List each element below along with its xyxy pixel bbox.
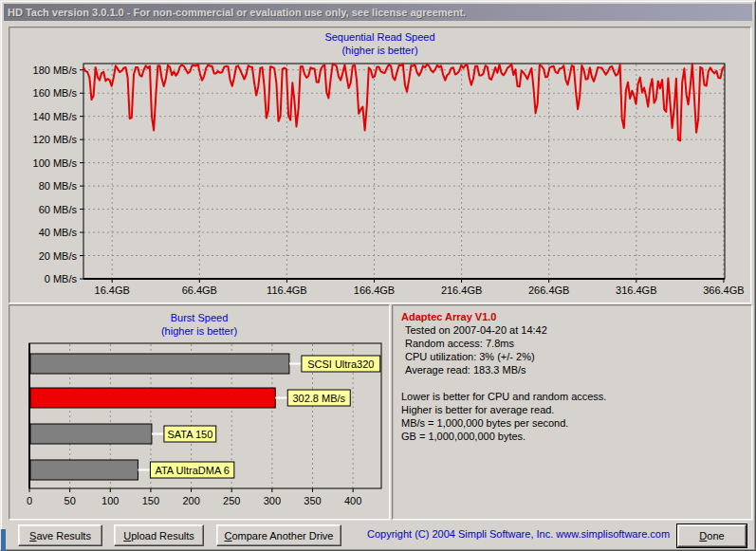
y-axis-label: 60 MB/s bbox=[39, 204, 78, 215]
compare-another-drive-button[interactable]: Compare Another Drive bbox=[216, 524, 341, 546]
drive-stats-list: Tested on 2007-04-20 at 14:42Random acce… bbox=[401, 323, 747, 377]
save-results-button[interactable]: Save Results bbox=[18, 524, 102, 546]
x-axis-label: 200 bbox=[182, 495, 199, 506]
y-axis-label: 120 MB/s bbox=[33, 134, 78, 145]
hdtach-window: HD Tach version 3.0.1.0 - For non-commer… bbox=[0, 0, 756, 551]
screen: HD Tach version 3.0.1.0 - For non-commer… bbox=[0, 0, 756, 551]
plot-border bbox=[83, 64, 725, 279]
upload-results-button[interactable]: Upload Results bbox=[114, 524, 204, 546]
drive-info-panel: Adaptec Array V1.0 Tested on 2007-04-20 … bbox=[392, 304, 752, 520]
x-axis-label: 250 bbox=[223, 495, 240, 506]
bar-label-text: SCSI Ultra320 bbox=[307, 358, 374, 370]
y-axis-label: 80 MB/s bbox=[39, 180, 78, 192]
y-axis-label: 180 MB/s bbox=[33, 64, 78, 76]
x-axis-label: 100 bbox=[101, 495, 119, 506]
burst-bar bbox=[30, 354, 289, 374]
x-axis-label: 166.4GB bbox=[354, 285, 395, 296]
info-line: Random access: 7.8ms bbox=[401, 337, 747, 350]
x-axis-label: 150 bbox=[142, 495, 159, 506]
info-line: Higher is better for average read. bbox=[401, 403, 747, 416]
info-line: Lower is better for CPU and random acces… bbox=[401, 390, 747, 403]
accelerator-letter: C bbox=[225, 530, 232, 542]
burst-speed-panel: Burst Speed (higher is better) 050100150… bbox=[9, 304, 390, 520]
done-button[interactable]: Done bbox=[677, 524, 747, 547]
burst-bar bbox=[30, 424, 152, 444]
y-axis-label: 160 MB/s bbox=[33, 87, 78, 99]
info-line: MB/s = 1,000,000 bytes per second. bbox=[401, 416, 747, 430]
x-axis-label: 300 bbox=[264, 495, 281, 506]
bar-label-text: SATA 150 bbox=[167, 429, 212, 440]
x-axis-label: 66.4GB bbox=[182, 285, 217, 296]
x-axis-label: 266.4GB bbox=[528, 285, 569, 296]
info-line: Tested on 2007-04-20 at 14:42 bbox=[401, 323, 747, 337]
drive-notes-list: Lower is better for CPU and random acces… bbox=[401, 390, 747, 443]
sequential-read-line bbox=[83, 64, 725, 141]
burst-speed-chart: 050100150200250300350400SCSI Ultra320302… bbox=[9, 305, 385, 515]
burst-bar bbox=[30, 460, 138, 480]
window-title: HD Tach version 3.0.1.0 - For non-commer… bbox=[8, 7, 466, 18]
y-axis-label: 20 MB/s bbox=[39, 250, 78, 262]
x-axis-label: 116.4GB bbox=[267, 285, 307, 296]
y-axis-label: 140 MB/s bbox=[33, 111, 78, 122]
x-axis-label: 366.4GB bbox=[703, 285, 744, 296]
bar-label-text: 302.8 MB/s bbox=[292, 393, 345, 404]
copyright-text: Copyright (C) 2004 Simpli Software, Inc.… bbox=[367, 528, 670, 540]
x-axis-label: 216.4GB bbox=[441, 285, 482, 296]
accelerator-letter: U bbox=[123, 530, 131, 542]
x-axis-label: 400 bbox=[344, 495, 361, 506]
y-axis-label: 40 MB/s bbox=[39, 227, 78, 238]
x-axis-label: 16.4GB bbox=[95, 285, 130, 296]
x-axis-label: 350 bbox=[304, 495, 321, 506]
accelerator-letter: S bbox=[29, 530, 36, 542]
desktop-background bbox=[1, 529, 6, 551]
x-axis-label: 0 bbox=[27, 495, 32, 506]
sequential-read-panel: Sequential Read Speed (higher is better)… bbox=[9, 27, 751, 303]
y-axis-label: 100 MB/s bbox=[33, 157, 78, 169]
info-line: GB = 1,000,000,000 bytes. bbox=[401, 430, 747, 443]
burst-bar bbox=[30, 388, 275, 408]
bar-label-text: ATA UltraDMA 6 bbox=[155, 465, 229, 476]
x-axis-label: 316.4GB bbox=[616, 285, 656, 296]
x-axis-label: 50 bbox=[65, 495, 76, 506]
accelerator-letter: D bbox=[699, 530, 707, 542]
drive-name-heading: Adaptec Array V1.0 bbox=[401, 310, 747, 323]
info-line: Average read: 183.3 MB/s bbox=[401, 363, 747, 377]
y-axis-label: 0 MB/s bbox=[45, 273, 78, 285]
info-line: CPU utilization: 3% (+/- 2%) bbox=[401, 350, 747, 363]
sequential-read-chart: 0 MB/s20 MB/s40 MB/s60 MB/s80 MB/s100 MB… bbox=[9, 28, 747, 299]
window-titlebar[interactable]: HD Tach version 3.0.1.0 - For non-commer… bbox=[4, 4, 752, 21]
